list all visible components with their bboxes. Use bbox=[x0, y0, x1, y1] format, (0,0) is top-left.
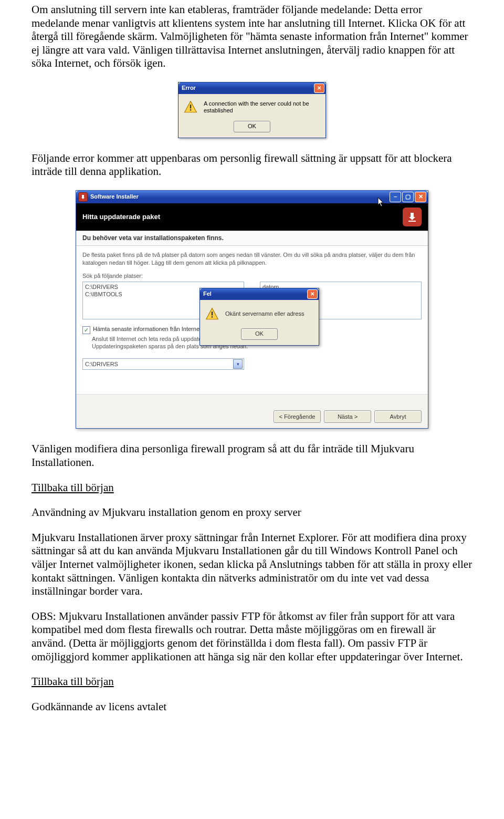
svg-rect-11 bbox=[212, 316, 213, 317]
svg-marker-4 bbox=[81, 198, 85, 199]
error-dialog-2-title: Fel bbox=[203, 291, 307, 297]
paragraph-intro: Om anslutning till servern inte kan etab… bbox=[32, 3, 472, 70]
warning-icon bbox=[205, 307, 219, 321]
chevron-down-icon[interactable]: ▾ bbox=[233, 359, 243, 369]
heading-proxy: Användning av Mjukvaru installation geno… bbox=[32, 506, 472, 520]
software-installer-title: Software Installer bbox=[90, 193, 390, 200]
back-to-top-link[interactable]: Tillbaka till början bbox=[32, 481, 114, 494]
paragraph-obs: OBS: Mjukvaru Installationen använder pa… bbox=[32, 610, 472, 664]
software-installer-header: Hitta uppdaterade paket bbox=[76, 203, 428, 231]
error-dialog-1-message: A connection with the server could not b… bbox=[204, 100, 320, 115]
checkbox-fetch-latest[interactable]: ✓ bbox=[82, 326, 90, 334]
checkbox-fetch-latest-label: Hämta senaste informationen från Interne bbox=[93, 326, 200, 333]
ok-button[interactable]: OK bbox=[241, 328, 278, 340]
save-location-combo[interactable]: C:\DRIVERS ▾ bbox=[82, 358, 244, 370]
software-installer-window: Software Installer – ▢ ✕ Hitta uppdatera… bbox=[76, 190, 428, 429]
svg-rect-6 bbox=[411, 213, 414, 217]
left-list-label: Sök på följande platser: bbox=[82, 273, 244, 279]
app-icon bbox=[78, 192, 88, 202]
back-to-top-link[interactable]: Tillbaka till början bbox=[32, 675, 114, 688]
right-list-label bbox=[260, 273, 422, 279]
svg-rect-2 bbox=[190, 110, 191, 111]
svg-rect-10 bbox=[212, 312, 213, 315]
paragraph-firewall: Följande error kommer att uppenbaras om … bbox=[32, 152, 472, 179]
ok-button[interactable]: OK bbox=[234, 121, 270, 132]
svg-rect-8 bbox=[408, 221, 416, 222]
next-button[interactable]: Nästa > bbox=[324, 410, 371, 423]
software-installer-heading: Hitta uppdaterade paket bbox=[82, 213, 160, 221]
cursor-icon bbox=[377, 197, 385, 208]
error-dialog-1-titlebar[interactable]: Error ✕ bbox=[178, 82, 326, 94]
warning-icon bbox=[184, 100, 197, 114]
close-icon[interactable]: ✕ bbox=[314, 84, 324, 93]
download-icon bbox=[403, 208, 422, 226]
paragraph-modify-firewall: Vänligen modifiera dina personliga firew… bbox=[32, 442, 472, 469]
heading-license: Godkännande av licens avtalet bbox=[32, 700, 472, 714]
error-dialog-2-message: Okänt servernamn eller adress bbox=[225, 310, 304, 317]
close-icon[interactable]: ✕ bbox=[415, 192, 426, 202]
cancel-button[interactable]: Avbryt bbox=[374, 410, 422, 423]
software-installer-subheading: Du behöver veta var installationspaketen… bbox=[76, 231, 428, 246]
svg-marker-5 bbox=[378, 198, 383, 206]
paragraph-proxy: Mjukvaru Installationen ärver proxy sätt… bbox=[32, 531, 472, 598]
error-dialog-2-titlebar[interactable]: Fel ✕ bbox=[200, 288, 319, 300]
maximize-icon[interactable]: ▢ bbox=[402, 192, 414, 202]
back-button[interactable]: < Föregående bbox=[274, 410, 321, 423]
svg-rect-1 bbox=[190, 105, 191, 109]
svg-rect-3 bbox=[82, 195, 84, 198]
software-installer-description: De flesta paket finns på de två platser … bbox=[76, 246, 428, 273]
combo-value: C:\DRIVERS bbox=[85, 361, 118, 368]
error-dialog-1-title: Error bbox=[182, 85, 314, 91]
error-dialog-1: Error ✕ A connection with the server cou… bbox=[178, 82, 326, 138]
software-installer-titlebar[interactable]: Software Installer – ▢ ✕ bbox=[76, 191, 428, 203]
error-dialog-2: Fel ✕ Okänt servernamn eller adress OK bbox=[200, 288, 319, 346]
svg-marker-7 bbox=[409, 217, 415, 220]
minimize-icon[interactable]: – bbox=[390, 192, 401, 202]
close-icon[interactable]: ✕ bbox=[307, 289, 318, 299]
